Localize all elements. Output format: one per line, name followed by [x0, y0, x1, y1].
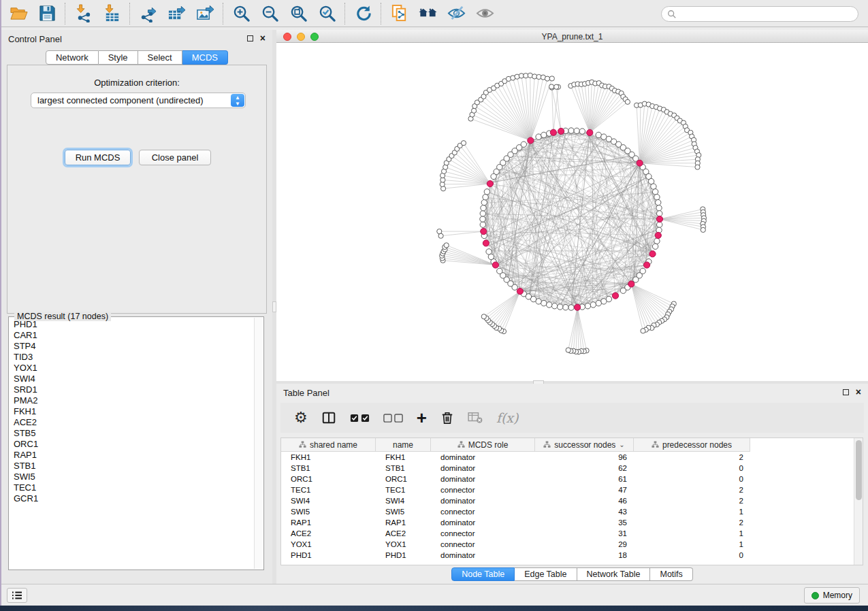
result-list-scrollbar[interactable] — [254, 318, 263, 569]
table-cell: 35 — [535, 517, 634, 528]
table-panel-tabs: Node TableEdge TableNetwork TableMotifs — [276, 567, 868, 581]
delete-table-icon[interactable] — [468, 412, 483, 424]
close-panel-icon[interactable]: × — [856, 388, 861, 396]
result-node-item[interactable]: TEC1 — [10, 482, 254, 493]
result-node-item[interactable]: CAR1 — [10, 330, 254, 341]
show-all-icon[interactable] — [470, 2, 499, 25]
tab-node-table[interactable]: Node Table — [451, 567, 515, 581]
search-box[interactable] — [661, 6, 858, 22]
result-node-item[interactable]: PMA2 — [10, 395, 254, 406]
table-row[interactable]: PHD1PHD1dominator180 — [281, 550, 854, 561]
zoom-fit-icon[interactable] — [284, 2, 312, 25]
result-node-item[interactable]: GCR1 — [10, 493, 254, 504]
zoom-selected-icon[interactable] — [312, 2, 341, 25]
network-window-title: YPA_prune.txt_1 — [276, 32, 868, 42]
float-panel-icon[interactable] — [843, 389, 849, 395]
table-cell: 2 — [634, 484, 750, 495]
toolbar-separator — [344, 3, 345, 24]
column-header-name[interactable]: name — [376, 438, 431, 452]
result-node-item[interactable]: STP4 — [10, 341, 254, 352]
tab-network-table[interactable]: Network Table — [577, 567, 651, 581]
table-cell: dominator — [431, 474, 535, 484]
optimization-criterion-dropdown[interactable]: largest connected component (undirected)… — [31, 93, 246, 108]
delete-column-icon[interactable] — [440, 410, 454, 425]
result-node-item[interactable]: SWI4 — [10, 374, 254, 384]
tab-style[interactable]: Style — [99, 50, 138, 65]
node-table: shared namenameMCDS rolesuccessor nodes⌄… — [280, 437, 863, 565]
table-row[interactable]: ORC1ORC1dominator610 — [281, 474, 854, 484]
table-row[interactable]: SWI4SWI4dominator462 — [281, 495, 854, 506]
table-cell: 18 — [535, 550, 634, 561]
float-panel-icon[interactable] — [247, 35, 253, 42]
duplicate-network-icon[interactable] — [385, 2, 413, 25]
search-input[interactable] — [677, 10, 858, 19]
table-scrollbar[interactable] — [854, 438, 863, 565]
result-node-item[interactable]: YOX1 — [10, 363, 254, 374]
run-mcds-button[interactable]: Run MCDS — [65, 150, 131, 165]
save-icon[interactable] — [33, 2, 61, 25]
close-panel-icon[interactable]: × — [260, 34, 266, 42]
network-window-titlebar[interactable]: YPA_prune.txt_1 — [276, 30, 868, 43]
mcds-result-list[interactable]: PHD1CAR1STP4TID3YOX1SWI4SRD1PMA2FKH1ACE2… — [10, 319, 254, 569]
table-cell: dominator — [431, 463, 535, 474]
settings-gear-icon[interactable]: ⚙ — [294, 410, 308, 425]
zoom-in-icon[interactable] — [227, 2, 255, 25]
result-node-item[interactable]: STB1 — [10, 461, 254, 472]
apply-function-icon[interactable]: f(x) — [496, 410, 519, 425]
add-column-icon[interactable]: + — [417, 411, 427, 425]
close-panel-button[interactable]: Close panel — [139, 150, 211, 165]
select-all-rows-icon[interactable] — [350, 414, 370, 423]
tab-motifs[interactable]: Motifs — [650, 567, 692, 581]
export-image-icon[interactable] — [191, 2, 219, 25]
tab-mcds[interactable]: MCDS — [182, 50, 228, 65]
table-cell: PHD1 — [376, 550, 431, 561]
scrollbar-thumb[interactable] — [856, 440, 862, 500]
tab-network[interactable]: Network — [46, 50, 99, 65]
table-cell: dominator — [431, 452, 535, 463]
table-row[interactable]: SWI5SWI5connector431 — [281, 506, 854, 517]
deselect-all-rows-icon[interactable] — [383, 414, 403, 423]
table-row[interactable]: RAP1RAP1dominator352 — [281, 517, 854, 528]
import-network-icon[interactable] — [69, 2, 97, 25]
open-folder-icon[interactable] — [4, 2, 33, 25]
zoom-out-icon[interactable] — [255, 2, 284, 25]
result-node-item[interactable]: PHD1 — [10, 319, 254, 330]
refresh-icon[interactable] — [349, 2, 377, 25]
tab-select[interactable]: Select — [138, 50, 182, 65]
memory-button[interactable]: Memory — [804, 587, 860, 604]
result-node-item[interactable]: STB5 — [10, 428, 254, 439]
table-cell: FKH1 — [376, 452, 431, 463]
column-header-shared-name[interactable]: shared name — [281, 438, 376, 452]
first-neighbors-icon[interactable] — [413, 2, 442, 25]
column-header-predecessor-nodes[interactable]: predecessor nodes — [634, 438, 750, 452]
table-row[interactable]: FKH1FKH1dominator962 — [281, 452, 854, 463]
column-layout-icon[interactable] — [321, 410, 336, 425]
table-row[interactable]: ACE2ACE2connector311 — [281, 528, 854, 539]
dropdown-stepper-icon: ▲▼ — [231, 94, 244, 107]
result-node-item[interactable]: FKH1 — [10, 406, 254, 417]
export-table-icon[interactable] — [162, 2, 191, 25]
task-list-icon — [11, 591, 23, 600]
result-node-item[interactable]: ORC1 — [10, 439, 254, 450]
table-row[interactable]: STB1STB1dominator620 — [281, 463, 854, 474]
result-node-item[interactable]: TID3 — [10, 352, 254, 363]
column-header-successor-nodes[interactable]: successor nodes⌄ — [535, 438, 634, 452]
table-row[interactable]: YOX1YOX1connector291 — [281, 539, 854, 550]
result-node-item[interactable]: SWI5 — [10, 472, 254, 482]
result-node-item[interactable]: RAP1 — [10, 450, 254, 461]
table-row[interactable]: TEC1TEC1connector472 — [281, 484, 854, 495]
export-network-icon[interactable] — [133, 2, 162, 25]
column-header-MCDS-role[interactable]: MCDS role — [431, 438, 535, 452]
task-history-button[interactable] — [7, 588, 27, 603]
import-table-icon[interactable] — [97, 2, 126, 25]
table-cell: 1 — [634, 539, 750, 550]
table-cell: 31 — [535, 528, 634, 539]
table-cell: STB1 — [281, 463, 376, 474]
hide-selected-icon[interactable] — [442, 2, 470, 25]
network-graph[interactable] — [276, 43, 868, 381]
result-node-item[interactable]: SRD1 — [10, 384, 254, 395]
network-canvas[interactable] — [276, 43, 868, 381]
status-bar: Memory — [0, 584, 868, 606]
tab-edge-table[interactable]: Edge Table — [515, 567, 577, 581]
result-node-item[interactable]: ACE2 — [10, 417, 254, 428]
